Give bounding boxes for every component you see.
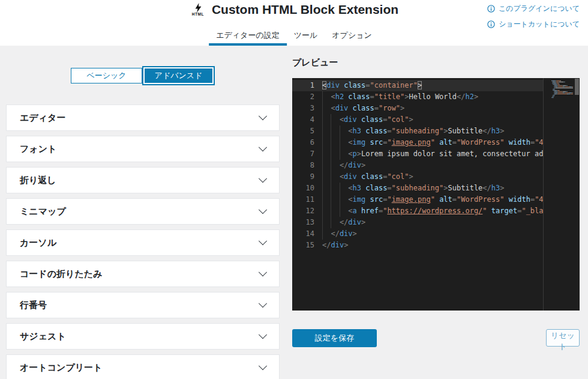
accordion-item-3[interactable]: ミニマップ: [6, 198, 280, 225]
code-line-3[interactable]: 3<div class="row">: [292, 103, 543, 114]
info-icon: [487, 20, 495, 28]
info-icon: [487, 5, 495, 13]
code-line-15[interactable]: 15</div>: [292, 240, 543, 251]
indent-guide: [322, 228, 331, 240]
basic-mode-button[interactable]: ベーシック: [71, 68, 142, 83]
indent-guide: [340, 148, 348, 160]
code-content: <div class="row">: [322, 103, 543, 114]
code-line-5[interactable]: 5<h3 class="subheading">Subtitle</h3>: [292, 126, 543, 137]
chevron-down-icon: [259, 362, 267, 370]
line-number: 11: [292, 194, 314, 205]
indent-guide: [340, 137, 348, 148]
indent-guide: [322, 205, 331, 217]
code-content: <div class="col">: [322, 114, 543, 126]
code-line-2[interactable]: 2<h2 class="title">Hello World</h2>: [292, 91, 543, 103]
code-line-11[interactable]: 11<img src="image.png" alt="WordPress" w…: [292, 194, 543, 205]
indent-guide: [331, 171, 339, 183]
code-line-1[interactable]: 1<div class="container">: [292, 80, 543, 91]
chevron-down-icon: [259, 268, 267, 276]
accordion-item-label: フォント: [20, 144, 56, 155]
editor-boundary-line: [543, 78, 544, 311]
line-number: 7: [292, 148, 314, 160]
help-link-1[interactable]: ショートカットについて: [487, 19, 580, 29]
code-editor[interactable]: 1<div class="container">2<h2 class="titl…: [292, 78, 580, 311]
indent-guide: [322, 194, 331, 205]
accordion-item-6[interactable]: 行番号: [6, 292, 280, 318]
code-line-14[interactable]: 14</div>: [292, 228, 543, 240]
accordion-item-label: 行番号: [20, 300, 47, 311]
code-line-12[interactable]: 12<a href="https://wordpress.org/" targe…: [292, 205, 543, 217]
code-line-10[interactable]: 10<h3 class="subheading">Subtitle</h3>: [292, 183, 543, 194]
indent-guide: [331, 160, 339, 171]
chevron-down-icon: [259, 205, 267, 214]
plugin-settings-page: HTML Custom HTML Block Extension このプラグイン…: [0, 0, 588, 379]
indent-guide: [340, 205, 348, 217]
code-content: <div class="container">: [322, 80, 543, 91]
indent-guide: [331, 217, 339, 228]
indent-guide: [322, 217, 331, 228]
line-number: 8: [292, 160, 314, 171]
chevron-down-icon: [259, 237, 267, 245]
code-content: </div>: [322, 160, 543, 171]
editor-scrollbar[interactable]: [575, 79, 579, 95]
code-content: <h2 class="title">Hello World</h2>: [322, 91, 543, 103]
help-links: このプラグインについてショートカットについて: [487, 4, 580, 29]
line-number: 4: [292, 114, 314, 126]
indent-guide: [322, 160, 331, 171]
help-link-label: ショートカットについて: [499, 19, 580, 29]
code-content: <img src="image.png" alt="WordPress" wid…: [322, 194, 543, 205]
accordion-item-5[interactable]: コードの折りたたみ: [6, 261, 280, 287]
code-line-4[interactable]: 4<div class="col">: [292, 114, 543, 126]
chevron-down-icon: [259, 330, 267, 339]
accordion-item-2[interactable]: 折り返し: [6, 167, 280, 193]
indent-guide: [322, 103, 331, 114]
tab-2[interactable]: オプション: [325, 27, 379, 46]
reset-button[interactable]: リセット: [546, 329, 580, 347]
code-area: 1<div class="container">2<h2 class="titl…: [292, 80, 543, 251]
code-content: <a href="https://wordpress.org/" target=…: [322, 205, 543, 217]
code-line-7[interactable]: 7<p>Lorem ipsum dolor sit amet, consecte…: [292, 148, 543, 160]
help-link-label: このプラグインについて: [499, 4, 580, 14]
tab-0[interactable]: エディターの設定: [209, 27, 287, 46]
indent-guide: [322, 114, 331, 126]
accordion-item-label: サジェスト: [20, 331, 66, 342]
indent-guide: [340, 183, 348, 194]
chevron-down-icon: [259, 143, 267, 151]
indent-guide: [322, 137, 331, 148]
code-line-8[interactable]: 8</div>: [292, 160, 543, 171]
accordion-item-4[interactable]: カーソル: [6, 229, 280, 256]
chevron-down-icon: [259, 112, 267, 120]
code-line-13[interactable]: 13</div>: [292, 217, 543, 228]
action-bar: 設定を保存 リセット: [292, 329, 580, 347]
preview-heading: プレビュー: [292, 57, 338, 68]
code-line-9[interactable]: 9<div class="col">: [292, 171, 543, 183]
tab-bar: エディターの設定ツールオプション: [209, 27, 379, 46]
indent-guide: [331, 183, 339, 194]
advanced-mode-button[interactable]: アドバンスド: [142, 66, 215, 85]
indent-guide: [331, 126, 339, 137]
tab-1[interactable]: ツール: [287, 27, 325, 46]
chevron-down-icon: [259, 174, 267, 183]
accordion-item-8[interactable]: オートコンプリート: [6, 354, 280, 379]
mode-toggle: ベーシック アドバンスド: [6, 65, 280, 86]
code-line-6[interactable]: 6<img src="image.png" alt="WordPress" wi…: [292, 137, 543, 148]
help-link-0[interactable]: このプラグインについて: [487, 4, 580, 14]
save-settings-button[interactable]: 設定を保存: [292, 329, 377, 347]
accordion-item-label: カーソル: [20, 237, 56, 249]
indent-guide: [331, 114, 339, 126]
accordion-item-0[interactable]: エディター: [6, 105, 280, 131]
code-content: </div>: [322, 228, 543, 240]
line-number: 6: [292, 137, 314, 148]
indent-guide: [340, 194, 348, 205]
line-number: 12: [292, 205, 314, 217]
line-number: 10: [292, 183, 314, 194]
indent-guide: [340, 126, 348, 137]
page-title: Custom HTML Block Extension: [212, 2, 398, 17]
accordion-item-1[interactable]: フォント: [6, 136, 280, 162]
editor-minimap[interactable]: [551, 80, 573, 99]
accordion-item-7[interactable]: サジェスト: [6, 323, 280, 350]
indent-guide: [322, 183, 331, 194]
plugin-logo-icon: HTML: [190, 3, 206, 16]
code-content: <p>Lorem ipsum dolor sit amet, consectet…: [322, 148, 543, 160]
code-content: <h3 class="subheading">Subtitle</h3>: [322, 183, 543, 194]
